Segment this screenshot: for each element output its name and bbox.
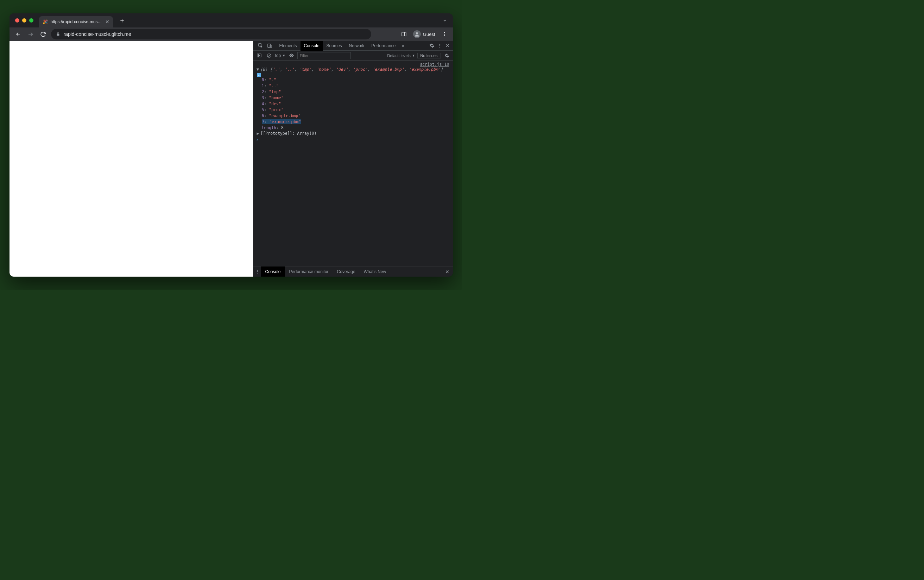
titlebar: 🎉 https://rapid-concise-muscle.g ✕ ＋ <box>10 13 453 28</box>
array-entry[interactable]: 0: "." <box>262 77 453 83</box>
collapsed-triangle-icon[interactable]: ▶ <box>257 131 259 136</box>
minimize-window-button[interactable] <box>22 18 26 23</box>
array-entry[interactable]: 2: "tmp" <box>262 89 453 95</box>
tab-network[interactable]: Network <box>345 41 368 51</box>
console-prompt[interactable]: › <box>253 136 453 143</box>
prototype-row[interactable]: ▶[[Prototype]]: Array(0) <box>253 131 453 136</box>
avatar-icon <box>413 30 421 38</box>
profile-button[interactable]: Guest <box>411 29 437 40</box>
array-entries: 0: "."1: ".."2: "tmp"3: "home"4: "dev"5:… <box>253 77 453 125</box>
svg-point-8 <box>444 35 445 36</box>
content-area: Elements Console Sources Network Perform… <box>10 41 453 277</box>
array-entry[interactable]: 5: "proc" <box>262 107 453 113</box>
browser-tab[interactable]: 🎉 https://rapid-concise-muscle.g ✕ <box>39 16 113 28</box>
settings-gear-icon[interactable] <box>428 42 436 49</box>
live-expression-icon[interactable] <box>288 52 295 59</box>
tab-elements[interactable]: Elements <box>276 41 301 51</box>
panel-toggle-icon[interactable] <box>399 29 409 39</box>
tabs-overflow-icon[interactable] <box>442 18 447 23</box>
svg-rect-3 <box>402 32 406 36</box>
svg-rect-2 <box>57 34 59 36</box>
array-entry[interactable]: 3: "home" <box>262 95 453 101</box>
info-badge[interactable]: i <box>257 73 261 77</box>
tab-favicon-icon: 🎉 <box>43 19 48 24</box>
browser-menu-icon[interactable] <box>439 29 449 39</box>
close-drawer-icon[interactable] <box>442 270 453 274</box>
devtools-panel: Elements Console Sources Network Perform… <box>253 41 453 277</box>
console-settings-gear-icon[interactable] <box>443 52 451 59</box>
drawer-tab-console[interactable]: Console <box>261 267 285 277</box>
array-entry[interactable]: 7: "example.pbm" <box>262 119 453 125</box>
page-viewport[interactable] <box>10 41 253 277</box>
address-bar[interactable]: rapid-concise-muscle.glitch.me <box>51 29 371 40</box>
more-tabs-icon[interactable]: » <box>399 42 407 49</box>
drawer-tab-coverage[interactable]: Coverage <box>333 267 360 277</box>
log-message[interactable]: ▼ (8) ['.', '..', 'tmp', 'home', 'dev', … <box>253 67 453 72</box>
console-toolbar: top ▼ Default levels ▼ No Issues <box>253 51 453 61</box>
devtools-drawer: Console Performance monitor Coverage Wha… <box>253 266 453 277</box>
context-selector[interactable]: top ▼ <box>275 53 286 58</box>
svg-point-7 <box>444 34 445 35</box>
array-entry[interactable]: 6: "example.bmp" <box>262 113 453 119</box>
lock-icon <box>56 32 60 36</box>
svg-point-24 <box>256 272 257 273</box>
window-controls <box>15 18 33 23</box>
context-label: top <box>275 53 281 58</box>
filter-input[interactable] <box>297 52 351 59</box>
console-output[interactable]: script.js:10 ▼ (8) ['.', '..', 'tmp', 'h… <box>253 61 453 266</box>
svg-line-20 <box>268 54 270 57</box>
close-window-button[interactable] <box>15 18 19 23</box>
reload-button[interactable] <box>38 29 48 39</box>
inspect-element-icon[interactable] <box>257 42 265 49</box>
devtools-menu-icon[interactable] <box>436 42 444 49</box>
tab-console[interactable]: Console <box>301 41 323 51</box>
svg-point-5 <box>416 32 418 34</box>
svg-point-13 <box>439 45 440 46</box>
device-toggle-icon[interactable] <box>266 42 274 49</box>
svg-point-14 <box>439 46 440 47</box>
svg-point-12 <box>439 44 440 44</box>
log-levels-selector[interactable]: Default levels ▼ <box>387 53 415 58</box>
url-text: rapid-concise-muscle.glitch.me <box>64 31 131 37</box>
array-summary: (8) ['.', '..', 'tmp', 'home', 'dev', 'p… <box>260 67 443 72</box>
svg-rect-17 <box>257 54 261 57</box>
svg-point-6 <box>444 32 445 33</box>
expand-triangle-icon[interactable]: ▼ <box>255 67 260 72</box>
new-tab-button[interactable]: ＋ <box>117 15 127 25</box>
devtools-tabbar: Elements Console Sources Network Perform… <box>253 41 453 51</box>
close-tab-icon[interactable]: ✕ <box>105 19 109 25</box>
drawer-tab-whatsnew[interactable]: What's New <box>360 267 391 277</box>
profile-label: Guest <box>423 32 435 37</box>
dropdown-triangle-icon: ▼ <box>282 54 285 58</box>
forward-button[interactable] <box>26 29 36 39</box>
tab-performance[interactable]: Performance <box>368 41 400 51</box>
tab-title: https://rapid-concise-muscle.g <box>51 19 102 24</box>
close-devtools-icon[interactable] <box>444 42 451 49</box>
toggle-sidebar-icon[interactable] <box>255 52 263 59</box>
browser-window: 🎉 https://rapid-concise-muscle.g ✕ ＋ rap… <box>10 13 453 277</box>
clear-console-icon[interactable] <box>265 52 273 59</box>
back-button[interactable] <box>13 29 23 39</box>
svg-point-23 <box>256 271 257 272</box>
tab-sources[interactable]: Sources <box>323 41 345 51</box>
array-entry[interactable]: 1: ".." <box>262 83 453 89</box>
maximize-window-button[interactable] <box>29 18 33 23</box>
browser-toolbar: rapid-concise-muscle.glitch.me Guest <box>10 28 453 41</box>
svg-point-21 <box>291 55 292 56</box>
svg-point-22 <box>256 270 257 270</box>
source-link[interactable]: script.js:10 <box>420 62 449 67</box>
array-entry[interactable]: 4: "dev" <box>262 101 453 107</box>
issues-button[interactable]: No Issues <box>417 53 441 58</box>
dropdown-triangle-icon: ▼ <box>412 54 415 58</box>
drawer-tab-perfmon[interactable]: Performance monitor <box>285 267 333 277</box>
levels-label: Default levels <box>387 53 411 58</box>
drawer-menu-icon[interactable] <box>253 268 261 275</box>
array-length: length: 8 <box>262 125 453 131</box>
